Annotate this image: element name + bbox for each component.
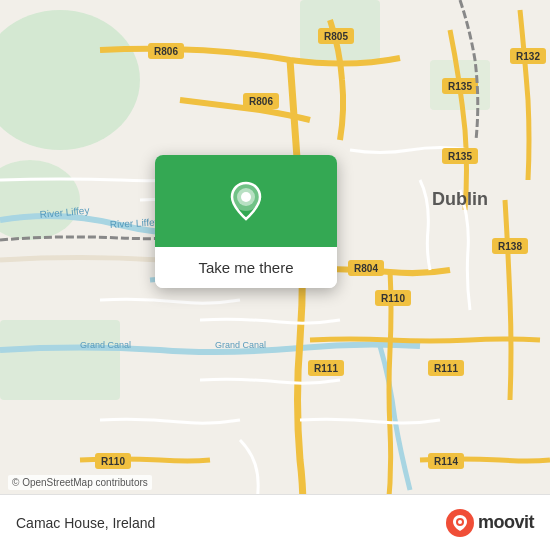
svg-text:R114: R114 [434, 456, 458, 467]
moovit-text: moovit [478, 512, 534, 533]
map-container: R806 R805 R806 R135 R132 R135 Dublin R80… [0, 0, 550, 550]
svg-text:R135: R135 [448, 151, 472, 162]
svg-text:R804: R804 [354, 263, 378, 274]
take-me-there-button[interactable]: Take me there [155, 247, 337, 288]
svg-text:R805: R805 [324, 31, 348, 42]
popup-icon-area [155, 155, 337, 247]
svg-text:R111: R111 [314, 363, 338, 374]
svg-text:Dublin: Dublin [432, 189, 488, 209]
attribution-text: © OpenStreetMap contributors [8, 475, 152, 490]
svg-text:R132: R132 [516, 51, 540, 62]
bottom-bar: Camac House, Ireland moovit [0, 494, 550, 550]
moovit-logo: moovit [446, 509, 534, 537]
moovit-logo-icon [446, 509, 474, 537]
svg-text:Grand Canal: Grand Canal [215, 340, 266, 350]
svg-text:Grand Canal: Grand Canal [80, 340, 131, 350]
popup-card: Take me there [155, 155, 337, 288]
svg-rect-3 [0, 320, 120, 400]
svg-text:R138: R138 [498, 241, 522, 252]
location-pin-icon [222, 177, 270, 225]
svg-text:R806: R806 [154, 46, 178, 57]
svg-text:R806: R806 [249, 96, 273, 107]
svg-point-41 [241, 192, 251, 202]
svg-text:R110: R110 [381, 293, 405, 304]
location-label: Camac House, Ireland [16, 515, 155, 531]
svg-text:R111: R111 [434, 363, 458, 374]
svg-text:R110: R110 [101, 456, 125, 467]
svg-point-44 [458, 520, 462, 524]
svg-text:R135: R135 [448, 81, 472, 92]
